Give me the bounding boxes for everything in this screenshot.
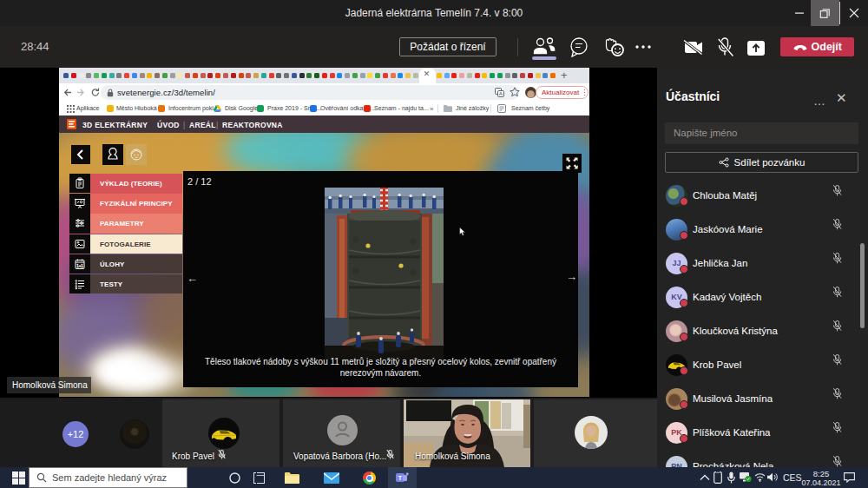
svg-text:T: T	[398, 475, 403, 481]
svg-text:1+1: 1+1	[76, 264, 83, 268]
